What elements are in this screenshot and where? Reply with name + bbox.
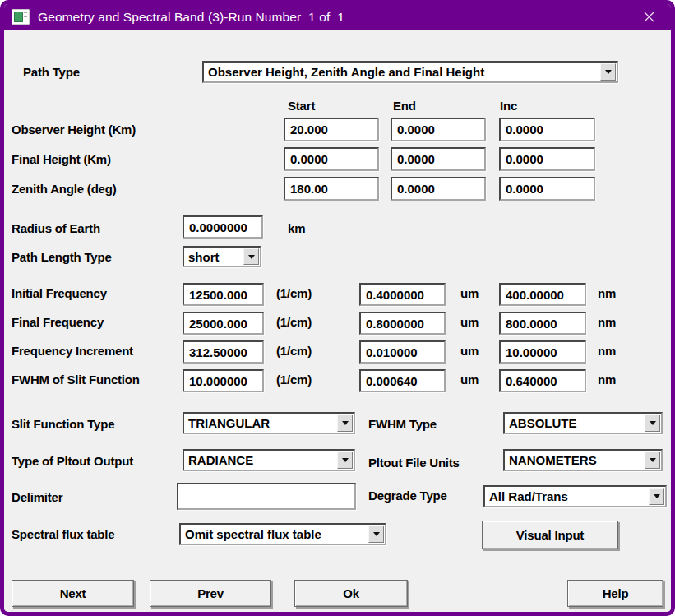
pltout-units-label: Pltout File Units	[368, 456, 460, 470]
column-header-end: End	[393, 99, 416, 113]
slit-function-type-label: Slit Function Type	[12, 417, 114, 431]
help-button[interactable]: Help	[567, 580, 663, 607]
initial-frequency-nm-field[interactable]: 400.00000	[499, 283, 586, 306]
delimiter-label: Delimiter	[12, 490, 62, 504]
observer-height-start-field[interactable]: 20.000	[284, 118, 379, 141]
prev-button[interactable]: Prev	[150, 580, 271, 607]
dropdown-arrow-icon[interactable]	[337, 452, 353, 469]
dialog-body: Path Type Observer Height, Zenith Angle …	[4, 30, 671, 612]
close-button[interactable]	[635, 4, 663, 30]
final-height-label: Final Height (Km)	[12, 152, 111, 166]
fwhm-type-select[interactable]: ABSOLUTE	[503, 412, 663, 434]
visual-input-button[interactable]: Visual Input	[482, 521, 618, 549]
pltout-output-select[interactable]: RADIANCE	[183, 449, 355, 471]
unit-label: um	[460, 286, 479, 300]
pltout-units-value: NANOMETERS	[509, 453, 597, 467]
observer-height-label: Observer Height (Km)	[12, 123, 136, 137]
pltout-output-label: Type of Pltout Output	[12, 454, 133, 468]
final-frequency-cm-field[interactable]: 25000.000	[183, 312, 264, 335]
frequency-increment-nm-field[interactable]: 10.00000	[499, 340, 586, 364]
frequency-increment-label: Frequency Increment	[12, 344, 133, 358]
unit-label: nm	[598, 286, 616, 300]
slit-function-type-select[interactable]: TRIANGULAR	[183, 412, 355, 434]
degrade-type-label: Degrade Type	[368, 489, 447, 503]
path-length-type-select[interactable]: short	[183, 246, 261, 267]
path-type-label: Path Type	[23, 65, 80, 79]
observer-height-inc-field[interactable]: 0.0000	[499, 118, 595, 141]
title-bar[interactable]: Geometry and Spectral Band (3)-Run Numbe…	[4, 4, 671, 30]
dropdown-arrow-icon[interactable]	[649, 488, 664, 505]
fwhm-type-value: ABSOLUTE	[509, 416, 577, 430]
radius-of-earth-field[interactable]: 0.0000000	[183, 215, 263, 239]
zenith-angle-label: Zenith Angle (deg)	[12, 182, 117, 196]
path-length-type-value: short	[188, 250, 220, 264]
unit-label: (1/cm)	[276, 286, 312, 300]
final-frequency-nm-field[interactable]: 800.0000	[499, 312, 586, 335]
final-height-start-field[interactable]: 0.0000	[284, 147, 379, 171]
dialog-window: Geometry and Spectral Band (3)-Run Numbe…	[0, 0, 675, 616]
spectral-flux-label: Spectral flux table	[12, 527, 114, 541]
zenith-angle-inc-field[interactable]: 0.0000	[499, 177, 595, 201]
unit-label: (1/cm)	[276, 315, 312, 329]
ok-button[interactable]: Ok	[294, 580, 408, 607]
fwhm-slit-cm-field[interactable]: 10.000000	[183, 369, 264, 392]
dropdown-arrow-icon[interactable]	[368, 526, 384, 543]
fwhm-slit-label: FWHM of Slit Function	[12, 373, 140, 387]
next-button[interactable]: Next	[12, 580, 134, 607]
delimiter-field[interactable]	[177, 483, 356, 510]
final-frequency-um-field[interactable]: 0.8000000	[359, 312, 446, 335]
unit-label: um	[460, 315, 479, 329]
pltout-units-select[interactable]: NANOMETERS	[503, 449, 663, 471]
pltout-output-value: RADIANCE	[188, 453, 253, 467]
window-title: Geometry and Spectral Band (3)-Run Numbe…	[38, 10, 344, 25]
zenith-angle-end-field[interactable]: 0.0000	[391, 177, 486, 201]
unit-label: nm	[598, 315, 616, 329]
degrade-type-select[interactable]: All Rad/Trans	[483, 485, 667, 507]
spectral-flux-select[interactable]: Omit spectral flux table	[179, 523, 386, 545]
fwhm-slit-um-field[interactable]: 0.000640	[359, 369, 446, 392]
dropdown-arrow-icon[interactable]	[243, 248, 259, 265]
dropdown-arrow-icon[interactable]	[645, 415, 660, 432]
unit-label: um	[460, 344, 479, 358]
unit-label: (1/cm)	[276, 373, 312, 387]
app-icon	[12, 9, 30, 25]
fwhm-type-label: FWHM Type	[368, 417, 437, 431]
dropdown-arrow-icon[interactable]	[337, 415, 353, 432]
initial-frequency-label: Initial Frequency	[12, 286, 107, 300]
spectral-flux-value: Omit spectral flux table	[185, 527, 321, 541]
final-frequency-label: Final Frequency	[12, 315, 104, 329]
degrade-type-value: All Rad/Trans	[489, 489, 568, 503]
unit-label: (1/cm)	[276, 344, 312, 358]
radius-of-earth-unit-label: km	[288, 221, 305, 235]
initial-frequency-um-field[interactable]: 0.4000000	[359, 283, 446, 306]
dropdown-arrow-icon[interactable]	[600, 63, 616, 81]
final-height-end-field[interactable]: 0.0000	[391, 147, 486, 171]
frequency-increment-um-field[interactable]: 0.010000	[359, 340, 446, 364]
column-header-start: Start	[288, 99, 315, 113]
path-length-type-label: Path Length Type	[12, 250, 112, 264]
app-icon-form	[14, 12, 23, 22]
column-header-inc: Inc	[500, 99, 517, 113]
unit-label: um	[460, 373, 479, 387]
close-icon	[643, 11, 655, 23]
radius-of-earth-label: Radius of Earth	[12, 221, 100, 235]
final-height-inc-field[interactable]: 0.0000	[499, 147, 595, 171]
observer-height-end-field[interactable]: 0.0000	[391, 118, 486, 141]
fwhm-slit-nm-field[interactable]: 0.640000	[499, 369, 586, 392]
unit-label: nm	[598, 373, 616, 387]
path-type-select[interactable]: Observer Height, Zenith Angle and Final …	[202, 61, 618, 83]
slit-function-type-value: TRIANGULAR	[188, 416, 270, 430]
initial-frequency-cm-field[interactable]: 12500.000	[183, 283, 264, 306]
unit-label: nm	[598, 344, 616, 358]
app-icon-detail	[24, 12, 27, 22]
dropdown-arrow-icon[interactable]	[645, 452, 660, 469]
frequency-increment-cm-field[interactable]: 312.50000	[183, 340, 264, 364]
zenith-angle-start-field[interactable]: 180.00	[284, 177, 379, 201]
path-type-value: Observer Height, Zenith Angle and Final …	[208, 65, 484, 79]
